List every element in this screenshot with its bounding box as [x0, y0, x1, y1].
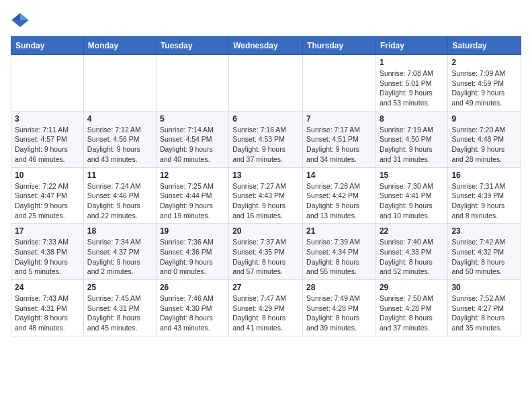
day-info: Sunrise: 7:46 AM Sunset: 4:30 PM Dayligh… — [160, 293, 225, 333]
calendar-cell: 25Sunrise: 7:45 AM Sunset: 4:31 PM Dayli… — [83, 280, 156, 336]
calendar-cell: 14Sunrise: 7:28 AM Sunset: 4:42 PM Dayli… — [303, 167, 376, 224]
calendar-cell: 15Sunrise: 7:30 AM Sunset: 4:41 PM Dayli… — [375, 167, 447, 224]
day-info: Sunrise: 7:40 AM Sunset: 4:33 PM Dayligh… — [380, 237, 444, 277]
day-info: Sunrise: 7:11 AM Sunset: 4:57 PM Dayligh… — [15, 125, 80, 165]
weekday-header-wednesday: Wednesday — [229, 37, 303, 55]
logo — [11, 11, 32, 30]
day-info: Sunrise: 7:28 AM Sunset: 4:42 PM Dayligh… — [306, 181, 372, 221]
calendar-cell: 10Sunrise: 7:22 AM Sunset: 4:47 PM Dayli… — [11, 167, 84, 224]
day-number: 9 — [451, 114, 517, 124]
day-number: 17 — [15, 226, 80, 236]
day-number: 27 — [232, 283, 299, 292]
day-number: 29 — [380, 283, 444, 292]
calendar-cell: 9Sunrise: 7:20 AM Sunset: 4:48 PM Daylig… — [448, 111, 521, 167]
calendar-cell: 23Sunrise: 7:42 AM Sunset: 4:32 PM Dayli… — [448, 224, 521, 280]
calendar-cell: 18Sunrise: 7:34 AM Sunset: 4:37 PM Dayli… — [83, 224, 156, 280]
calendar-cell: 3Sunrise: 7:11 AM Sunset: 4:57 PM Daylig… — [11, 111, 84, 167]
calendar-cell: 4Sunrise: 7:12 AM Sunset: 4:56 PM Daylig… — [83, 111, 156, 167]
day-info: Sunrise: 7:50 AM Sunset: 4:28 PM Dayligh… — [380, 293, 444, 333]
week-row-5: 24Sunrise: 7:43 AM Sunset: 4:31 PM Dayli… — [11, 280, 521, 336]
day-number: 16 — [451, 171, 517, 180]
day-info: Sunrise: 7:17 AM Sunset: 4:51 PM Dayligh… — [306, 125, 372, 165]
logo-icon — [11, 11, 30, 30]
week-row-4: 17Sunrise: 7:33 AM Sunset: 4:38 PM Dayli… — [11, 224, 521, 280]
day-info: Sunrise: 7:24 AM Sunset: 4:46 PM Dayligh… — [87, 181, 152, 221]
day-number: 3 — [15, 114, 80, 124]
calendar-cell: 17Sunrise: 7:33 AM Sunset: 4:38 PM Dayli… — [11, 224, 84, 280]
calendar-cell: 1Sunrise: 7:08 AM Sunset: 5:01 PM Daylig… — [375, 55, 447, 111]
calendar-cell — [11, 55, 84, 111]
day-info: Sunrise: 7:42 AM Sunset: 4:32 PM Dayligh… — [451, 237, 517, 277]
svg-marker-1 — [20, 13, 29, 21]
day-info: Sunrise: 7:45 AM Sunset: 4:31 PM Dayligh… — [87, 293, 152, 333]
calendar-table: SundayMondayTuesdayWednesdayThursdayFrid… — [11, 36, 521, 336]
weekday-header-row: SundayMondayTuesdayWednesdayThursdayFrid… — [11, 37, 521, 55]
calendar-cell: 5Sunrise: 7:14 AM Sunset: 4:54 PM Daylig… — [156, 111, 228, 167]
calendar-cell — [303, 55, 376, 111]
day-number: 23 — [451, 226, 517, 236]
weekday-header-tuesday: Tuesday — [156, 37, 228, 55]
day-info: Sunrise: 7:14 AM Sunset: 4:54 PM Dayligh… — [160, 125, 225, 165]
calendar-cell: 2Sunrise: 7:09 AM Sunset: 4:59 PM Daylig… — [448, 55, 521, 111]
day-number: 13 — [232, 171, 299, 180]
calendar-cell: 16Sunrise: 7:31 AM Sunset: 4:39 PM Dayli… — [448, 167, 521, 224]
calendar-cell: 13Sunrise: 7:27 AM Sunset: 4:43 PM Dayli… — [229, 167, 303, 224]
day-info: Sunrise: 7:19 AM Sunset: 4:50 PM Dayligh… — [380, 125, 444, 165]
day-number: 11 — [87, 171, 152, 180]
day-number: 30 — [451, 283, 517, 292]
day-info: Sunrise: 7:08 AM Sunset: 5:01 PM Dayligh… — [380, 68, 444, 108]
day-number: 10 — [15, 171, 80, 180]
calendar-cell: 20Sunrise: 7:37 AM Sunset: 4:35 PM Dayli… — [229, 224, 303, 280]
week-row-2: 3Sunrise: 7:11 AM Sunset: 4:57 PM Daylig… — [11, 111, 521, 167]
day-info: Sunrise: 7:43 AM Sunset: 4:31 PM Dayligh… — [15, 293, 80, 333]
calendar-cell: 29Sunrise: 7:50 AM Sunset: 4:28 PM Dayli… — [375, 280, 447, 336]
day-number: 8 — [380, 114, 444, 124]
day-number: 19 — [160, 226, 225, 236]
day-info: Sunrise: 7:33 AM Sunset: 4:38 PM Dayligh… — [15, 237, 80, 277]
day-number: 12 — [160, 171, 225, 180]
day-info: Sunrise: 7:27 AM Sunset: 4:43 PM Dayligh… — [232, 181, 299, 221]
day-info: Sunrise: 7:22 AM Sunset: 4:47 PM Dayligh… — [15, 181, 80, 221]
day-number: 25 — [87, 283, 152, 292]
day-number: 7 — [306, 114, 372, 124]
day-info: Sunrise: 7:12 AM Sunset: 4:56 PM Dayligh… — [87, 125, 152, 165]
day-info: Sunrise: 7:34 AM Sunset: 4:37 PM Dayligh… — [87, 237, 152, 277]
weekday-header-thursday: Thursday — [303, 37, 376, 55]
day-number: 21 — [306, 226, 372, 236]
weekday-header-friday: Friday — [375, 37, 447, 55]
day-info: Sunrise: 7:36 AM Sunset: 4:36 PM Dayligh… — [160, 237, 225, 277]
day-number: 15 — [380, 171, 444, 180]
day-info: Sunrise: 7:25 AM Sunset: 4:44 PM Dayligh… — [160, 181, 225, 221]
day-number: 6 — [232, 114, 299, 124]
day-info: Sunrise: 7:30 AM Sunset: 4:41 PM Dayligh… — [380, 181, 444, 221]
day-info: Sunrise: 7:31 AM Sunset: 4:39 PM Dayligh… — [451, 181, 517, 221]
calendar-cell: 30Sunrise: 7:52 AM Sunset: 4:27 PM Dayli… — [448, 280, 521, 336]
day-number: 28 — [306, 283, 372, 292]
calendar-cell: 26Sunrise: 7:46 AM Sunset: 4:30 PM Dayli… — [156, 280, 228, 336]
calendar-cell: 6Sunrise: 7:16 AM Sunset: 4:53 PM Daylig… — [229, 111, 303, 167]
calendar-cell — [83, 55, 156, 111]
calendar-cell: 21Sunrise: 7:39 AM Sunset: 4:34 PM Dayli… — [303, 224, 376, 280]
day-info: Sunrise: 7:16 AM Sunset: 4:53 PM Dayligh… — [232, 125, 299, 165]
week-row-3: 10Sunrise: 7:22 AM Sunset: 4:47 PM Dayli… — [11, 167, 521, 224]
day-number: 5 — [160, 114, 225, 124]
day-info: Sunrise: 7:52 AM Sunset: 4:27 PM Dayligh… — [451, 293, 517, 333]
calendar-cell: 12Sunrise: 7:25 AM Sunset: 4:44 PM Dayli… — [156, 167, 228, 224]
day-number: 22 — [380, 226, 444, 236]
svg-marker-2 — [11, 13, 20, 21]
day-info: Sunrise: 7:49 AM Sunset: 4:28 PM Dayligh… — [306, 293, 372, 333]
page-header — [11, 11, 521, 30]
calendar-cell: 7Sunrise: 7:17 AM Sunset: 4:51 PM Daylig… — [303, 111, 376, 167]
week-row-1: 1Sunrise: 7:08 AM Sunset: 5:01 PM Daylig… — [11, 55, 521, 111]
day-info: Sunrise: 7:09 AM Sunset: 4:59 PM Dayligh… — [451, 68, 517, 108]
day-number: 26 — [160, 283, 225, 292]
day-info: Sunrise: 7:20 AM Sunset: 4:48 PM Dayligh… — [451, 125, 517, 165]
calendar-cell: 19Sunrise: 7:36 AM Sunset: 4:36 PM Dayli… — [156, 224, 228, 280]
calendar-cell: 24Sunrise: 7:43 AM Sunset: 4:31 PM Dayli… — [11, 280, 84, 336]
calendar-cell: 8Sunrise: 7:19 AM Sunset: 4:50 PM Daylig… — [375, 111, 447, 167]
day-info: Sunrise: 7:37 AM Sunset: 4:35 PM Dayligh… — [232, 237, 299, 277]
day-number: 14 — [306, 171, 372, 180]
day-number: 1 — [380, 58, 444, 67]
calendar-cell: 11Sunrise: 7:24 AM Sunset: 4:46 PM Dayli… — [83, 167, 156, 224]
weekday-header-saturday: Saturday — [448, 37, 521, 55]
